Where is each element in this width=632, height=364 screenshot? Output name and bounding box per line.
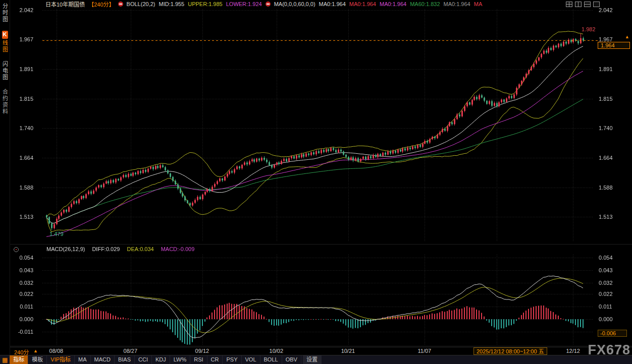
- chart-main-panel: 日本10年期国债 【240分】 BOLL(20,2) MID:1.955 UPP…: [10, 0, 632, 355]
- macd-macd-value: MACD:-0.009: [161, 246, 195, 252]
- macd-tick-label: 0.000: [14, 316, 33, 322]
- macd-tick-label: 0.032: [599, 280, 613, 286]
- tab-cci[interactable]: CCI: [135, 355, 152, 364]
- sidebar-item-lightning-chart[interactable]: 闪电图: [1, 61, 9, 81]
- ma-value: MA: [474, 1, 483, 7]
- sidebar-item-label: 线图: [2, 40, 8, 53]
- x-axis-date-label: 12/12: [566, 348, 580, 354]
- layout-icons-group: [566, 2, 600, 7]
- layout-hsplit-icon[interactable]: [584, 2, 591, 7]
- macd-tick-label: 0.000: [599, 316, 613, 322]
- tab-psy[interactable]: PSY: [223, 355, 241, 364]
- ma-value: MA0:1.964: [380, 1, 406, 7]
- x-axis-date-label: 08/27: [124, 348, 138, 354]
- boll-mid-value: MID:1.955: [159, 1, 184, 7]
- chart-area: 2.0422.0421.9671.9671.8911.8911.8151.815…: [10, 8, 632, 347]
- kline-k-badge: K: [2, 31, 8, 39]
- top-region: 分时图 K线图 闪电图 合约资料 日本10年期国债 【240分】 BOLL(20…: [0, 0, 632, 355]
- layout-single-icon[interactable]: [593, 2, 600, 7]
- price-tick-label: 1.815: [14, 96, 33, 102]
- boll-upper-value: UPPER:1.985: [188, 1, 222, 7]
- macd-tick-label: 0.022: [599, 291, 613, 297]
- price-tick-label: 1.891: [599, 66, 613, 72]
- price-tick-label: 1.891: [14, 66, 33, 72]
- tab-ma[interactable]: MA: [75, 355, 91, 364]
- candlestick-macd-chart[interactable]: [10, 8, 632, 347]
- last-price-box: 1.964: [598, 42, 630, 49]
- macd-tick-label: 0.032: [14, 280, 33, 286]
- macd-tick-label: 0.054: [14, 255, 33, 261]
- chart-type-sidebar: 分时图 K线图 闪电图 合约资料: [0, 0, 10, 355]
- macd-tick-label: 0.043: [599, 267, 613, 273]
- tab-templates[interactable]: 模板: [28, 355, 47, 364]
- x-axis-date-label: 09/12: [195, 348, 209, 354]
- tab-macd[interactable]: MACD: [91, 355, 115, 364]
- ma-value: MA0:1.964: [444, 1, 470, 7]
- tab-lw[interactable]: LW%: [170, 355, 190, 364]
- period-up-arrow-icon: ▲: [33, 348, 38, 353]
- macd-diff-value: DIFF:0.029: [92, 246, 120, 252]
- tab-kdj[interactable]: KDJ: [152, 355, 170, 364]
- instrument-title: 日本10年期国债: [45, 0, 85, 8]
- boll-lower-value: LOWER:1.924: [226, 1, 262, 7]
- price-tick-label: 1.815: [599, 96, 613, 102]
- macd-params-label: MACD(26,12,9): [46, 246, 85, 252]
- price-tick-label: 1.664: [14, 155, 33, 161]
- x-axis-date-label: 11/07: [417, 348, 431, 354]
- macd-pane-menu-icon[interactable]: [14, 247, 19, 252]
- fx678-watermark: FX678: [588, 342, 630, 358]
- tab-obv[interactable]: OBV: [282, 355, 301, 364]
- ma-value: MA60:1.832: [410, 1, 440, 7]
- price-tick-label: 1.967: [14, 36, 33, 42]
- tab-rsi[interactable]: RSI: [190, 355, 207, 364]
- ma-value: MA0:1.964: [319, 1, 346, 7]
- tab-bias[interactable]: BIAS: [115, 355, 135, 364]
- tab-vip-indicators[interactable]: VIP指标: [47, 355, 75, 364]
- layout-vsplit-icon[interactable]: [575, 2, 582, 7]
- sidebar-item-contract-info[interactable]: 合约资料: [1, 89, 9, 115]
- price-tick-label: 2.042: [599, 7, 613, 13]
- price-tick-label: 1.588: [599, 185, 613, 191]
- price-tick-label: 1.588: [14, 185, 33, 191]
- macd-last-value-box: -0.006: [598, 330, 627, 337]
- tab-settings[interactable]: 设置: [303, 355, 322, 364]
- ma-label: MA(0,0,0,60,0,0): [274, 1, 315, 7]
- macd-header: MACD(26,12,9) DIFF:0.029 DEA:0.034 MACD:…: [46, 246, 194, 252]
- tab-vol[interactable]: VOL: [242, 355, 260, 364]
- current-session-label: 2025/12/12 08:00~12:00 五: [473, 347, 547, 355]
- price-tick-label: 1.664: [599, 155, 613, 161]
- price-tick-label: 1.513: [14, 214, 33, 220]
- indicator-toolbar: ▦ 指标 模板 VIP指标 MA MACD BIAS CCI KDJ LW% R…: [0, 355, 632, 364]
- price-tick-label: 1.513: [599, 214, 613, 220]
- tab-cr[interactable]: CR: [207, 355, 223, 364]
- macd-tick-label: -0.011: [14, 329, 33, 335]
- ma-menu-icon[interactable]: [266, 2, 271, 7]
- price-tick-label: 2.042: [14, 7, 33, 13]
- price-tick-label: 1.740: [599, 125, 613, 131]
- x-axis-date-label: 10/02: [270, 348, 284, 354]
- period-badge[interactable]: 【240分】: [88, 0, 114, 8]
- layout-grid-icon[interactable]: [566, 2, 572, 7]
- macd-tick-label: 0.011: [599, 304, 612, 310]
- session-high-label: 1.982: [582, 26, 596, 32]
- indicator-grid-icon[interactable]: ▦: [0, 356, 10, 363]
- price-up-arrow-icon: ▲: [625, 34, 629, 39]
- macd-tick-label: 0.022: [14, 291, 33, 297]
- price-tick-label: 1.740: [14, 125, 33, 131]
- macd-tick-label: 0.054: [599, 255, 613, 261]
- sidebar-item-kline-chart[interactable]: K线图: [1, 31, 9, 53]
- macd-dea-value: DEA:0.034: [127, 246, 153, 252]
- sidebar-item-time-chart[interactable]: 分时图: [1, 3, 9, 23]
- x-axis-date-label: 08/08: [49, 348, 64, 354]
- macd-tick-label: 0.011: [14, 304, 33, 310]
- period-selector[interactable]: 240分: [14, 348, 29, 356]
- tab-indicators[interactable]: 指标: [10, 355, 28, 364]
- tab-boll[interactable]: BOLL: [260, 355, 282, 364]
- indicator-topbar: 日本10年期国债 【240分】 BOLL(20,2) MID:1.955 UPP…: [10, 0, 632, 8]
- session-low-label: 1.479: [49, 231, 64, 237]
- period-menu-icon[interactable]: [118, 2, 123, 7]
- ma-value: MA0:1.964: [349, 1, 376, 7]
- boll-label: BOLL(20,2): [127, 1, 155, 7]
- trading-app-window: 分时图 K线图 闪电图 合约资料 日本10年期国债 【240分】 BOLL(20…: [0, 0, 632, 364]
- time-axis-bar: 240分 ▲ 08/0808/2709/1210/0210/2111/0712/…: [10, 347, 632, 355]
